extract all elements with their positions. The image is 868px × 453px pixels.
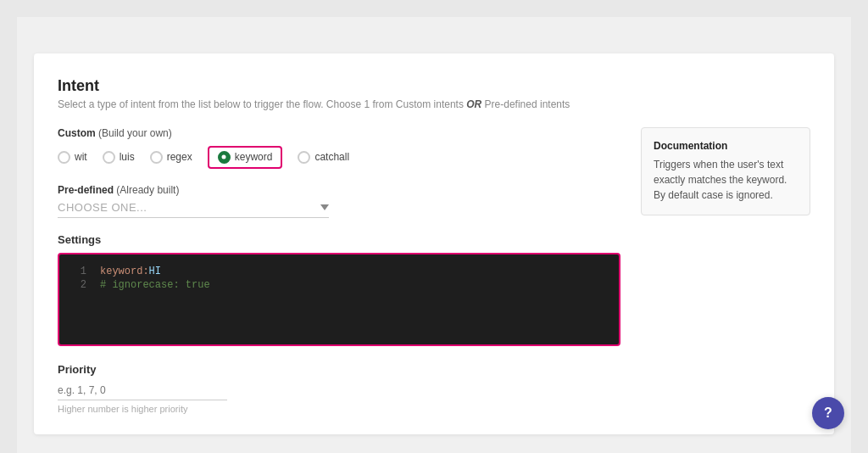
radio-keyword[interactable] (218, 151, 231, 164)
subtitle-rest: Pre-defined intents (485, 98, 570, 110)
predefined-select[interactable]: CHOOSE ONE... (58, 201, 329, 218)
code-line-2: 2 # ignorecase: true (59, 278, 619, 292)
radio-item-wit[interactable]: wit (58, 151, 87, 164)
priority-section: Priority Higher number is higher priorit… (58, 363, 620, 414)
code-key-1: keyword: (100, 266, 149, 277)
code-editor[interactable]: 1 keyword: HI 2 # ignorecase: true (58, 253, 620, 346)
code-comment-2: # ignorecase: true (100, 279, 210, 291)
radio-item-luis[interactable]: luis (103, 151, 135, 164)
help-button[interactable]: ? (812, 397, 844, 429)
page-title: Intent (58, 77, 810, 95)
priority-input[interactable] (58, 383, 227, 400)
keyword-radio-wrapper: keyword (208, 146, 283, 169)
priority-label: Priority (58, 363, 620, 376)
main-panel: Custom (Build your own) wit luis (58, 127, 620, 414)
radio-label-keyword: keyword (235, 151, 273, 163)
select-arrow-icon (320, 204, 329, 210)
page-subtitle: Select a type of intent from the list be… (58, 98, 810, 110)
radio-label-regex: regex (167, 151, 192, 163)
code-line-1: 1 keyword: HI (59, 265, 619, 278)
custom-section-label: Custom (Build your own) (58, 127, 620, 139)
line-number-2: 2 (70, 279, 86, 291)
line-number-1: 1 (70, 266, 86, 277)
help-icon: ? (824, 405, 832, 421)
code-value-1: HI (149, 266, 161, 277)
intent-card: Intent Select a type of intent from the … (34, 53, 834, 434)
documentation-panel: Documentation Triggers when the user's t… (641, 127, 810, 215)
doc-text: Triggers when the user's text exactly ma… (654, 157, 798, 203)
radio-luis[interactable] (103, 151, 115, 164)
content-area: Custom (Build your own) wit luis (58, 127, 810, 414)
page-background: Intent Select a type of intent from the … (17, 17, 851, 453)
settings-label: Settings (58, 233, 620, 246)
radio-regex[interactable] (150, 151, 163, 164)
radio-label-catchall: catchall (314, 151, 349, 163)
predefined-section-label: Pre-defined (Already built) (58, 184, 620, 196)
predefined-select-text: CHOOSE ONE... (58, 201, 320, 214)
priority-hint: Higher number is higher priority (58, 404, 620, 414)
subtitle-text: Select a type of intent from the list be… (58, 98, 464, 110)
radio-item-regex[interactable]: regex (150, 151, 192, 164)
custom-radio-group: wit luis regex (58, 146, 620, 169)
radio-label-wit: wit (75, 151, 87, 163)
radio-item-keyword[interactable]: keyword (218, 151, 273, 164)
subtitle-or: OR (466, 98, 481, 110)
doc-title: Documentation (654, 140, 798, 152)
radio-catchall[interactable] (298, 151, 310, 164)
radio-wit[interactable] (58, 151, 70, 164)
radio-item-catchall[interactable]: catchall (298, 151, 349, 164)
radio-label-luis: luis (120, 151, 135, 163)
